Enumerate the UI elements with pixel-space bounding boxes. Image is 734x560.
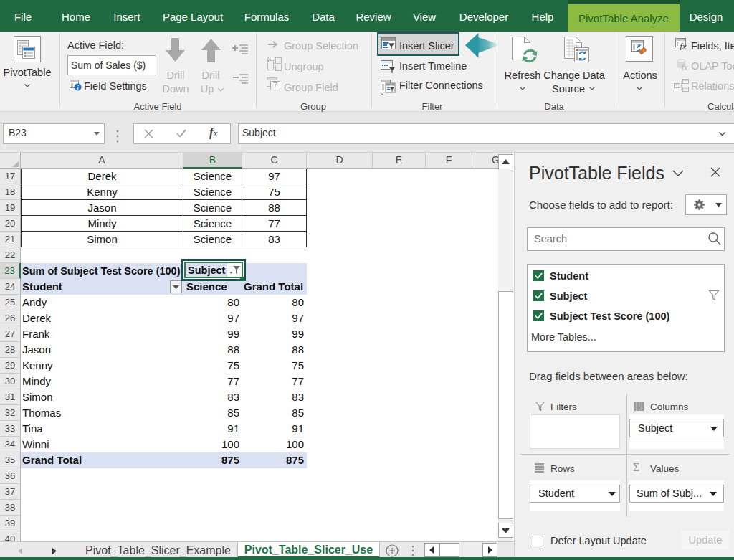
svg-text:fx: fx — [680, 41, 687, 50]
svg-text:fx: fx — [682, 62, 688, 71]
svg-text:7: 7 — [273, 82, 277, 90]
